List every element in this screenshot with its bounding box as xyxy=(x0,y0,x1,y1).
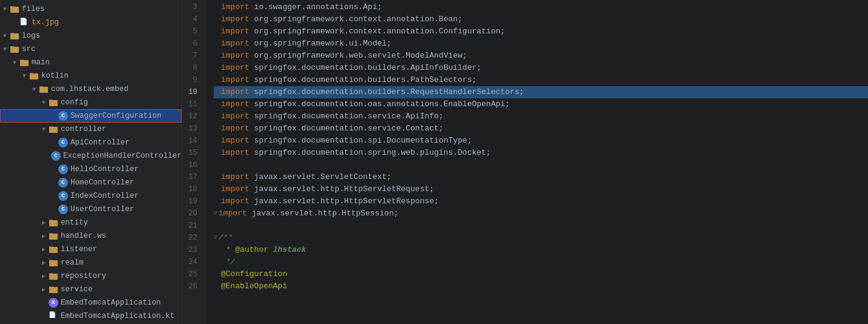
tree-item-EmbedTomcatApplication[interactable]: KEmbedTomcatApplication xyxy=(0,296,181,309)
tree-item-EmbedTomcatApplication.kt[interactable]: 📄EmbedTomcatApplication.kt xyxy=(0,309,181,323)
tree-item-ExceptionHandlerController[interactable]: CExceptionHandlerController xyxy=(0,149,181,163)
tree-item-HomeController[interactable]: CHomeController xyxy=(0,176,181,189)
tree-item-main[interactable]: main xyxy=(0,56,181,69)
code-line: import springfox.documentation.builders.… xyxy=(214,86,868,98)
code-line: * @author lhstack xyxy=(214,244,868,256)
svg-rect-11 xyxy=(49,260,58,266)
arrow-icon[interactable] xyxy=(39,126,49,133)
code-line: import springfox.documentation.service.C… xyxy=(214,123,868,135)
tree-label: SwaggerConfiguration xyxy=(70,112,161,120)
file-tree[interactable]: files📄tx.jpg logs src main kotlin com.lh… xyxy=(0,0,182,324)
tree-item-UserController[interactable]: CUserController xyxy=(0,203,181,216)
token-kw: import xyxy=(221,25,254,38)
arrow-icon[interactable] xyxy=(39,259,49,266)
tree-item-logs[interactable]: logs xyxy=(0,29,181,42)
tree-label: HelloController xyxy=(70,165,139,174)
tree-item-files[interactable]: files xyxy=(0,2,181,16)
line-number: 14 xyxy=(182,135,201,147)
arrow-icon[interactable] xyxy=(10,59,19,66)
tree-item-kotlin[interactable]: kotlin xyxy=(0,69,181,83)
line-number: 20 xyxy=(182,208,201,220)
token-kw: import xyxy=(221,38,254,50)
token-annotation: @EnableOpenApi xyxy=(221,280,287,292)
arrow-icon[interactable] xyxy=(39,232,49,240)
token-pkg: springfox.documentation.builders.Request… xyxy=(254,86,524,98)
tree-item-src[interactable]: src xyxy=(0,42,181,56)
tree-item-config[interactable]: config xyxy=(0,96,181,109)
line-number: 15 xyxy=(182,147,201,159)
token-annotation: @Configuration xyxy=(221,268,287,280)
line-number: 6 xyxy=(182,38,201,50)
token-annotation: @author xyxy=(235,244,268,256)
svg-rect-3 xyxy=(20,60,29,66)
class-c-icon: C xyxy=(58,164,68,174)
tree-item-IndexController[interactable]: CIndexController xyxy=(0,189,181,203)
svg-rect-12 xyxy=(49,274,58,280)
kt-file-icon: 📄 xyxy=(49,311,58,321)
arrow-icon[interactable] xyxy=(39,100,49,106)
arrow-icon[interactable] xyxy=(39,219,49,226)
folder-icon xyxy=(49,124,58,134)
tree-item-realm[interactable]: realm xyxy=(0,256,181,269)
token-kw: import xyxy=(221,110,254,123)
line-number: 5 xyxy=(182,25,201,38)
tree-label: com.lhstack.embed xyxy=(51,85,129,93)
arrow-icon[interactable] xyxy=(39,286,49,293)
tree-label: ExceptionHandlerController xyxy=(63,152,181,160)
tree-item-tx[interactable]: 📄tx.jpg xyxy=(0,16,181,29)
line-number: 7 xyxy=(182,50,201,62)
arrow-icon[interactable] xyxy=(0,46,10,53)
token-comment: */ xyxy=(221,256,235,268)
arrow-icon[interactable] xyxy=(29,86,39,93)
token-kw: import xyxy=(221,98,254,110)
class-c-icon: C xyxy=(58,138,68,147)
tree-item-com.lhstack.embed[interactable]: com.lhstack.embed xyxy=(0,83,181,96)
tree-item-SwaggerConfiguration[interactable]: CSwaggerConfiguration xyxy=(0,109,181,123)
code-line: import springfox.documentation.oas.annot… xyxy=(214,98,868,110)
code-line: import javax.servlet.http.HttpServletReq… xyxy=(214,183,868,195)
token-pkg: springfox.documentation.spring.web.plugi… xyxy=(254,147,491,159)
line-number: 16 xyxy=(182,159,201,171)
class-k-icon: K xyxy=(49,298,58,308)
tree-item-HelloController[interactable]: CHelloController xyxy=(0,163,181,176)
tree-label: config xyxy=(61,98,88,107)
tree-item-service[interactable]: service xyxy=(0,283,181,296)
tree-label: src xyxy=(22,45,36,53)
token-kw: import xyxy=(219,208,252,220)
tree-item-repository[interactable]: repository xyxy=(0,269,181,283)
line-number: 10 xyxy=(182,86,201,98)
file-icon: 📄 xyxy=(19,18,29,27)
token-pkg: javax.servlet.http.HttpServletRequest; xyxy=(254,183,434,195)
tree-label: service xyxy=(61,285,93,294)
tree-label: logs xyxy=(22,32,40,40)
arrow-icon[interactable] xyxy=(0,33,10,39)
svg-rect-8 xyxy=(49,220,58,226)
token-comment: /** xyxy=(219,232,232,244)
arrow-icon[interactable] xyxy=(0,6,10,13)
svg-rect-0 xyxy=(10,7,19,13)
code-line: import javax.servlet.http.HttpServletRes… xyxy=(214,195,868,208)
code-line: import org.springframework.web.servlet.M… xyxy=(214,50,868,62)
token-kw: import xyxy=(221,86,254,98)
code-line: import springfox.documentation.builders.… xyxy=(214,74,868,86)
token-pkg: springfox.documentation.builders.ApiInfo… xyxy=(254,62,481,74)
tree-item-handler.ws[interactable]: handler.ws xyxy=(0,229,181,243)
folder-icon xyxy=(10,31,19,41)
class-c-icon: C xyxy=(58,191,68,201)
tree-item-entity[interactable]: entity xyxy=(0,216,181,229)
folder-icon xyxy=(10,4,19,14)
tree-item-controller[interactable]: controller xyxy=(0,123,181,136)
folder-icon xyxy=(49,218,58,228)
line-number: 17 xyxy=(182,171,201,183)
arrow-icon[interactable] xyxy=(39,272,49,280)
collapse-icon[interactable]: ▽ xyxy=(214,208,217,220)
tree-label: files xyxy=(22,5,45,13)
tree-label: kotlin xyxy=(41,72,69,80)
tree-item-ApiController[interactable]: CApiController xyxy=(0,136,181,149)
arrow-icon[interactable] xyxy=(39,246,49,253)
svg-rect-9 xyxy=(49,234,58,240)
tree-item-listener[interactable]: listener xyxy=(0,243,181,256)
tree-label: listener xyxy=(61,245,97,254)
arrow-icon[interactable] xyxy=(19,73,29,79)
collapse-icon[interactable]: ▽ xyxy=(214,232,217,244)
